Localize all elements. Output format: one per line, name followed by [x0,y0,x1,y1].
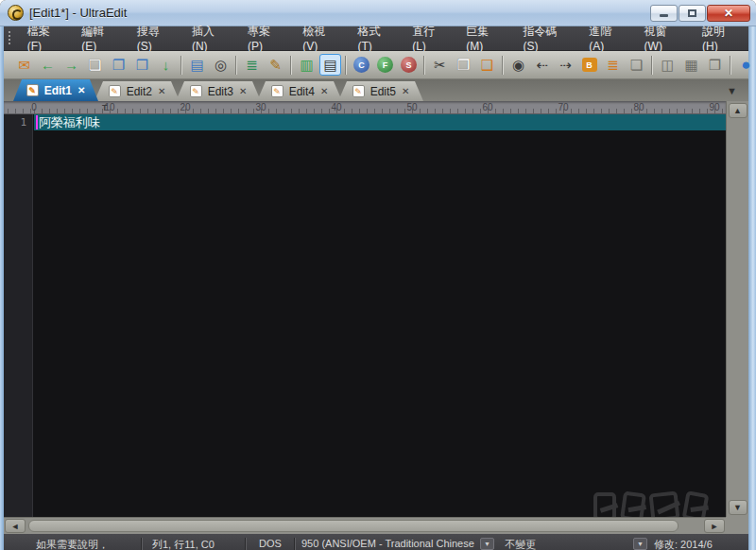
column-mode-icon[interactable]: ▥ [296,54,318,76]
ruler-label: 80 [633,102,644,112]
open-file-icon[interactable]: ❐ [108,54,129,76]
vertical-scrollbar[interactable]: ▲ ▼ [726,101,748,517]
toolbar-separator [423,56,425,75]
tab-close-icon[interactable]: ✕ [77,85,85,95]
ultracompare-icon[interactable]: C [351,54,372,76]
document-pencil-icon: ✎ [26,84,39,96]
split-window-icon[interactable]: ◫ [657,54,679,76]
line-text: 阿榮福利味 [39,114,100,131]
text-caret [36,115,38,129]
ftp-open-icon[interactable]: ✉ [13,54,35,76]
close-button[interactable]: ✕ [707,5,750,22]
tab-close-icon[interactable]: ✕ [320,86,328,96]
conversion-mode: 不變更 [497,538,556,550]
watermark-mark [649,491,680,517]
tab-label: Edit5 [370,85,396,98]
ultrafinder-icon[interactable]: F [374,54,396,76]
minimize-button[interactable] [650,5,678,22]
save-file-icon[interactable]: ↓ [155,54,177,76]
line-ending-type: DOS [247,538,294,549]
scroll-right-icon[interactable]: ► [704,519,725,533]
tile-windows-icon[interactable]: ▦ [680,54,702,76]
bookmark-list-icon[interactable]: ≣ [602,54,624,76]
find-next-icon[interactable]: ⇢ [555,54,576,76]
print-preview-icon[interactable]: ◎ [210,54,232,76]
bookmark-icon[interactable]: B [578,54,600,76]
toolbar-separator [502,56,504,75]
document-pencil-icon: ✎ [190,85,202,97]
document-pencil-icon: ✎ [271,85,284,97]
cut-icon[interactable]: ✂ [429,54,451,76]
status-tip: 如果需要說明， [4,538,141,550]
editor-active-line[interactable]: 阿榮福利味 [34,114,726,130]
tab-label: Edit4 [289,85,315,98]
window-border-right [748,26,756,550]
watermark-mark [682,490,710,517]
maximize-button[interactable] [679,5,706,22]
web-globe-icon[interactable]: ● [735,54,756,76]
tab-edit3[interactable]: ✎ Edit3 ✕ [176,81,261,101]
tab-stop-marker: T [102,103,108,112]
tab-label: Edit2 [127,85,152,98]
menu-grip[interactable] [7,31,14,46]
back-icon[interactable]: ← [37,54,59,76]
ultraedit-window: [Edit1*] - UltraEdit ✕ 檔案(F) 編輯(E) 搜尋(S)… [0,0,756,550]
find-in-files-icon[interactable]: ❏ [626,54,647,76]
toolbar-separator [345,56,347,75]
tab-edit1[interactable]: ✎ Edit1 ✕ [13,79,98,101]
scrollbar-corner [726,517,748,534]
column-ruler: 0 10 20 30 40 50 60 70 80 90 T [4,101,726,114]
tab-label: Edit1 [44,84,72,97]
maximize-icon [688,9,696,17]
tab-edit4[interactable]: ✎ Edit4 ✕ [257,81,342,101]
find-icon[interactable]: ◉ [507,54,529,76]
ruler-label: 40 [331,102,341,112]
print-icon[interactable]: ▤ [186,54,208,76]
cursor-position: 列1, 行11, C0 [143,538,245,550]
tab-edit2[interactable]: ✎ Edit2 ✕ [94,81,180,101]
horizontal-scrollbar[interactable]: ◄ ► [4,517,726,534]
copy-icon[interactable]: ❐ [453,54,474,76]
minimize-icon [660,14,668,17]
toolbar-separator [730,56,731,75]
tab-list-dropdown-icon[interactable]: ▼ [727,85,737,96]
watermark-mark [620,490,646,517]
toolbar-separator [290,56,292,75]
tab-close-icon[interactable]: ✕ [158,86,165,96]
watermark-mark [593,492,616,517]
scroll-up-icon[interactable]: ▲ [729,103,747,118]
vertical-scroll-track[interactable] [727,120,748,498]
ruler-label: 0 [31,102,37,112]
modified-dropdown-icon[interactable]: ▼ [633,538,647,550]
forward-icon[interactable]: → [60,54,82,76]
paste-icon[interactable]: ❑ [476,54,498,76]
ruler-label: 60 [482,102,492,112]
close-file-icon[interactable]: ❒ [131,54,153,76]
line-list-icon[interactable]: ▤ [319,54,341,76]
cascade-windows-icon[interactable]: ❒ [704,54,726,76]
encoding-dropdown-icon[interactable]: ▼ [480,538,494,550]
document-pencil-icon: ✎ [109,85,121,97]
new-file-icon[interactable]: ❏ [84,54,106,76]
ultrasentry-icon[interactable]: S [398,54,420,76]
toolbar-separator [235,56,237,75]
tab-close-icon[interactable]: ✕ [402,86,409,96]
menu-bar: 檔案(F) 編輯(E) 搜尋(S) 插入(N) 專案(P) 檢視(V) 格式(T… [4,26,748,51]
ruler-label: 50 [406,102,417,112]
modified-date: 修改: 2014/6 [650,538,748,550]
file-encoding: 950 (ANSI/OEM - Traditional Chinese Big5… [296,538,477,549]
ruler-label: 90 [709,102,719,112]
main-toolbar: ✉ ← → ❏ ❐ ❒ ↓ ▤ ◎ ≣ ✎ ▥ ▤ C F S ✂ ❐ ❑ ◉ … [4,51,748,79]
scroll-left-icon[interactable]: ◄ [5,519,26,533]
scroll-down-icon[interactable]: ▼ [729,500,747,515]
find-prev-icon[interactable]: ⇠ [531,54,553,76]
editor-area[interactable]: 1 阿榮福利味 [4,114,726,517]
tab-label: Edit3 [208,85,233,98]
sort-options-icon[interactable]: ≣ [241,54,263,76]
line-number: 1 [4,114,32,130]
tab-close-icon[interactable]: ✕ [239,86,247,96]
hex-edit-icon[interactable]: ✎ [265,54,286,76]
toolbar-separator [651,56,653,75]
tab-edit5[interactable]: ✎ Edit5 ✕ [338,81,423,101]
horizontal-scroll-thumb[interactable] [28,520,679,532]
